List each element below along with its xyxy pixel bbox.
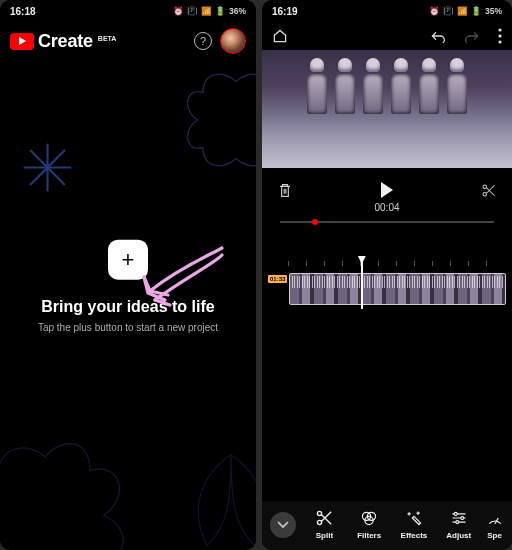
leaf-decoration <box>181 450 256 550</box>
tool-label: Spe <box>487 531 502 540</box>
alarm-icon: ⏰ <box>173 6 184 16</box>
status-time: 16:18 <box>10 6 36 17</box>
svg-point-6 <box>498 34 501 37</box>
tool-filters[interactable]: Filters <box>347 509 392 540</box>
svg-point-5 <box>498 28 501 31</box>
collapse-toolbar-button[interactable] <box>270 512 296 538</box>
undo-button[interactable] <box>430 29 446 43</box>
status-bar: 16:19 ⏰ 📳 📶 🔋 35% <box>262 0 512 22</box>
empty-state-heading: Bring your ideas to life <box>0 298 256 316</box>
svg-line-4 <box>30 150 65 185</box>
svg-point-10 <box>483 192 486 195</box>
svg-line-3 <box>30 150 65 185</box>
beta-badge: BETA <box>98 35 117 42</box>
battery-icon: 🔋 <box>215 6 226 16</box>
vibrate-icon: 📳 <box>187 6 198 16</box>
svg-point-9 <box>483 185 486 188</box>
redo-button[interactable] <box>464 29 480 43</box>
scissors-button[interactable] <box>481 183 496 198</box>
svg-point-16 <box>454 512 457 515</box>
flower-outline-decoration <box>181 65 256 175</box>
tool-label: Split <box>316 531 333 540</box>
plus-icon: + <box>122 247 135 273</box>
video-clip[interactable] <box>289 273 506 305</box>
tool-label: Effects <box>401 531 428 540</box>
status-bar: 16:18 ⏰ 📳 📶 🔋 36% <box>0 0 256 22</box>
timecode: 00:04 <box>262 202 512 221</box>
preview-content <box>262 58 512 118</box>
more-button[interactable] <box>498 28 502 44</box>
tool-label: Filters <box>357 531 381 540</box>
large-flower-decoration <box>0 430 135 550</box>
svg-point-7 <box>498 40 501 43</box>
tool-adjust[interactable]: Adjust <box>436 509 481 540</box>
alarm-icon: ⏰ <box>429 6 440 16</box>
status-indicators: ⏰ 📳 📶 🔋 35% <box>429 6 502 16</box>
tool-split[interactable]: Split <box>302 509 347 540</box>
clip-duration-badge: 01:33 <box>268 275 287 283</box>
youtube-create-logo: Create BETA <box>10 31 116 52</box>
app-bar: Create BETA ? <box>0 22 256 62</box>
tool-label: Adjust <box>446 531 471 540</box>
youtube-icon <box>10 33 34 50</box>
svg-marker-8 <box>381 182 393 198</box>
signal-icon: 📶 <box>457 6 468 16</box>
battery-pct: 35% <box>485 6 502 16</box>
profile-avatar[interactable] <box>220 28 246 54</box>
editor-top-bar <box>262 22 512 50</box>
status-indicators: ⏰ 📳 📶 🔋 36% <box>173 6 246 16</box>
new-project-button[interactable]: + <box>108 240 148 280</box>
timeline-ruler <box>288 261 504 271</box>
signal-icon: 📶 <box>201 6 212 16</box>
vibrate-icon: 📳 <box>443 6 454 16</box>
asterisk-decoration <box>20 140 75 195</box>
tool-speed[interactable]: Spe <box>481 509 508 540</box>
svg-point-17 <box>461 517 464 520</box>
audio-waveform <box>292 276 503 288</box>
timeline[interactable]: 01:33 <box>262 273 512 305</box>
battery-icon: 🔋 <box>471 6 482 16</box>
progress-slider[interactable] <box>280 221 494 223</box>
play-button[interactable] <box>380 182 394 198</box>
tool-effects[interactable]: Effects <box>392 509 437 540</box>
video-editor-screen: 16:19 ⏰ 📳 📶 🔋 35% <box>262 0 512 550</box>
delete-clip-button[interactable] <box>278 183 292 198</box>
help-button[interactable]: ? <box>194 32 212 50</box>
playhead[interactable] <box>361 259 363 309</box>
editing-toolbar: Split Filters Effects Adjust Spe <box>262 501 512 550</box>
status-time: 16:19 <box>272 6 298 17</box>
playback-controls <box>262 168 512 202</box>
svg-point-18 <box>456 521 459 524</box>
logo-text: Create <box>38 31 93 52</box>
video-preview[interactable] <box>262 50 512 168</box>
battery-pct: 36% <box>229 6 246 16</box>
home-button[interactable] <box>272 28 288 44</box>
svg-marker-0 <box>19 37 26 45</box>
empty-state: + Bring your ideas to life Tap the plus … <box>0 240 256 333</box>
empty-state-subtext: Tap the plus button to start a new proje… <box>0 322 256 333</box>
create-home-screen: 16:18 ⏰ 📳 📶 🔋 36% Create BETA ? <box>0 0 256 550</box>
